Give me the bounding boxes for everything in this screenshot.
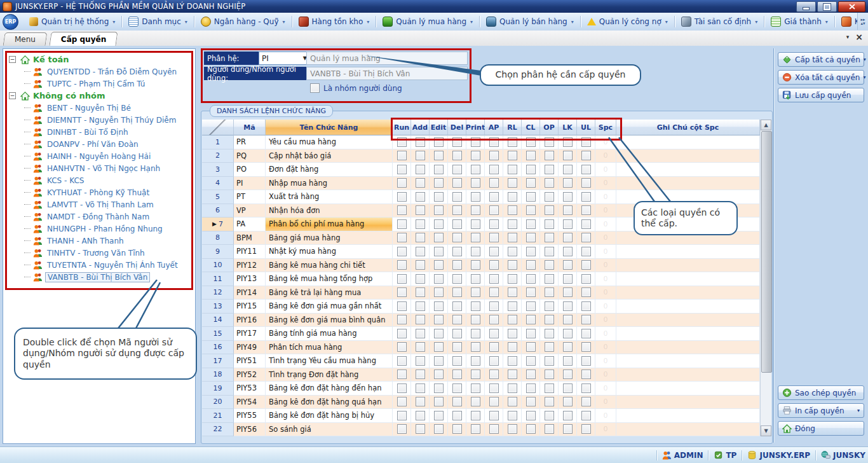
permission-checkbox[interactable] [545,151,554,160]
table-row[interactable]: 21PIY55Bảng kê đơn đặt hàng bị hủy0 [202,409,760,423]
permission-checkbox[interactable] [581,424,591,434]
permission-checkbox[interactable] [434,342,444,352]
status-item-junsky-erp[interactable]: JUNSKY.ERP [747,450,810,460]
menu-item-6[interactable]: Quản lý bán hàng▾ [480,14,580,29]
table-row[interactable]: 13PIY15Bảng kê đơn giá mua gần nhất0 [202,300,760,314]
permission-checkbox[interactable] [526,260,536,270]
tree-user-item[interactable]: TUPTC - Phạm Thị Cẩm Tú [9,78,188,90]
permission-checkbox[interactable] [545,301,554,311]
tree-user-item[interactable]: TINHTV - Trương Văn Tĩnh [9,247,188,259]
permission-checkbox[interactable] [581,384,591,393]
permission-checkbox[interactable] [416,233,425,242]
is-group-checkbox[interactable] [310,83,320,93]
permission-checkbox[interactable] [526,370,536,379]
permission-checkbox[interactable] [397,384,407,393]
table-row[interactable]: 1PRYêu cầu mua hàng0 [202,135,760,149]
permission-checkbox[interactable] [489,219,499,229]
permission-checkbox[interactable] [489,329,499,338]
permission-checkbox[interactable] [397,329,407,338]
permission-checkbox[interactable] [563,165,573,174]
table-row[interactable]: 22PIY56So sánh giá0 [202,423,760,437]
menu-item-9[interactable]: Giá thành▾ [765,14,834,29]
permission-checkbox[interactable] [581,219,591,229]
permission-checkbox[interactable] [471,356,480,366]
permission-checkbox[interactable] [416,219,425,229]
status-item-tp[interactable]: TP [714,450,736,460]
function-name-cell[interactable]: Bảng kê đơn đặt hàng bị hủy [266,409,393,423]
permission-checkbox[interactable] [526,192,536,202]
sao-ch-p-quy-n-button[interactable]: Sao chép quyền [778,385,864,400]
permission-checkbox[interactable] [545,397,554,406]
permission-checkbox[interactable] [545,219,554,229]
permission-checkbox[interactable] [545,424,554,434]
table-row[interactable]: 9PIY11Nhật ký mua hàng0 [202,245,760,259]
permission-checkbox[interactable] [452,165,462,174]
permission-checkbox[interactable] [545,233,554,242]
permission-checkbox[interactable] [471,219,480,229]
permission-checkbox[interactable] [416,384,425,393]
permission-checkbox[interactable] [416,287,425,297]
permission-checkbox[interactable] [545,356,554,366]
permission-checkbox[interactable] [452,219,462,229]
permission-checkbox[interactable] [563,192,573,202]
table-row[interactable]: 12PIY14Bảng kê trả lại hàng mua0 [202,286,760,300]
permission-checkbox[interactable] [397,219,407,229]
function-name-cell[interactable]: Bảng kê trả lại hàng mua [266,286,393,300]
permission-checkbox[interactable] [416,301,425,311]
permission-checkbox[interactable] [526,342,536,352]
function-name-cell[interactable]: Tình trạng Đơn đặt hàng [266,368,393,382]
column-header-lk[interactable]: LK [559,120,577,135]
permission-checkbox[interactable] [508,356,517,366]
permission-checkbox[interactable] [452,411,462,420]
permission-checkbox[interactable] [471,315,480,324]
permission-checkbox[interactable] [416,329,425,338]
permission-checkbox[interactable] [563,370,573,379]
column-header-ul[interactable]: UL [577,120,595,135]
permission-checkbox[interactable] [471,151,480,160]
permission-checkbox[interactable] [452,424,462,434]
permission-checkbox[interactable] [397,397,407,406]
permission-checkbox[interactable] [489,397,499,406]
permission-checkbox[interactable] [416,260,425,270]
permission-checkbox[interactable] [434,233,444,242]
permission-checkbox[interactable] [508,274,517,284]
permission-checkbox[interactable] [526,397,536,406]
permission-checkbox[interactable] [397,260,407,270]
tree-user-item[interactable]: QUYENTDD - Trần Đỗ Diễm Quyên [9,66,188,78]
permission-checkbox[interactable] [471,301,480,311]
permission-checkbox[interactable] [471,205,480,215]
permission-checkbox[interactable] [581,137,591,147]
function-name-cell[interactable]: Nhập mua hàng [266,177,393,191]
permission-checkbox[interactable] [489,247,499,256]
permission-checkbox[interactable] [397,424,407,434]
permission-checkbox[interactable] [489,342,499,352]
permission-checkbox[interactable] [545,192,554,202]
function-name-cell[interactable]: Phân bổ chi phí mua hàng [266,218,393,232]
tree-user-item[interactable]: KYTHUAT - Phòng Kỹ Thuật [9,186,188,198]
permission-checkbox[interactable] [526,356,536,366]
permission-checkbox[interactable] [581,356,591,366]
permission-checkbox[interactable] [397,233,407,242]
permission-checkbox[interactable] [508,151,517,160]
permission-checkbox[interactable] [563,247,573,256]
permission-checkbox[interactable] [471,342,480,352]
permission-checkbox[interactable] [508,233,517,242]
permission-checkbox[interactable] [452,205,462,215]
permission-checkbox[interactable] [397,205,407,215]
permission-checkbox[interactable] [452,247,462,256]
permission-checkbox[interactable] [452,287,462,297]
permission-checkbox[interactable] [471,424,480,434]
function-name-cell[interactable]: So sánh giá [266,423,393,437]
permission-checkbox[interactable] [489,233,499,242]
permission-checkbox[interactable] [508,205,517,215]
permission-checkbox[interactable] [508,397,517,406]
tab-list-dropdown-icon[interactable]: ▾ [846,34,850,40]
l-u-c-p-quy-n-button[interactable]: Lưu cấp quyền [778,88,864,102]
tab-close-icon[interactable]: × [855,33,863,41]
permission-checkbox[interactable] [452,384,462,393]
column-header-cl[interactable]: CL [522,120,540,135]
tree-user-item[interactable]: NHUNGPH - Phan Hồng Nhung [9,223,188,235]
permission-checkbox[interactable] [452,370,462,379]
permission-checkbox[interactable] [434,356,444,366]
table-row[interactable]: 14PIY16Bảng kê đơn giá mua bình quân0 [202,314,760,328]
